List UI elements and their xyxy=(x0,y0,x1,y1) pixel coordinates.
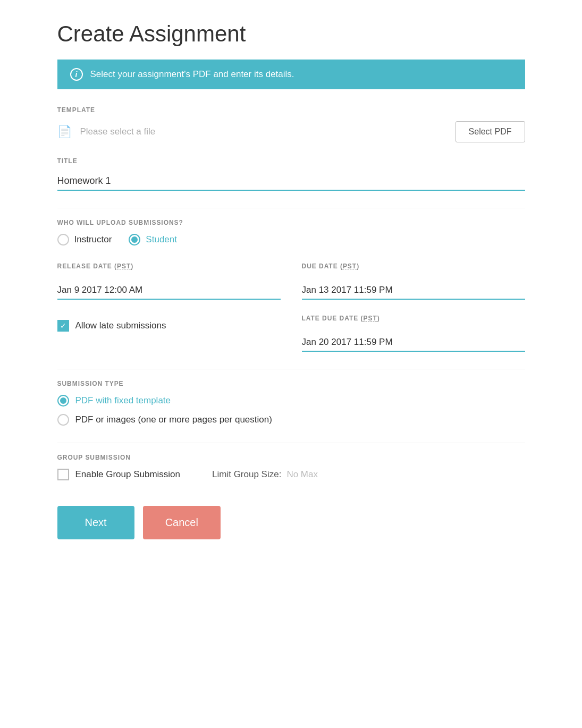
radio-group: Instructor Student xyxy=(57,234,525,246)
late-due-date-field: LATE DUE DATE (PST) xyxy=(302,315,525,352)
info-icon: i xyxy=(70,68,83,81)
submission-pdf-images-label: PDF or images (one or more pages per que… xyxy=(75,414,272,425)
who-upload-label: WHO WILL UPLOAD SUBMISSIONS? xyxy=(57,219,525,226)
template-label: TEMPLATE xyxy=(57,106,525,114)
radio-pdf-fixed xyxy=(57,395,69,407)
file-placeholder: Please select a file xyxy=(80,126,447,137)
submission-type-section: SUBMISSION TYPE PDF with fixed template … xyxy=(57,380,525,426)
action-buttons: Next Cancel xyxy=(57,506,525,539)
group-submission-label: GROUP SUBMISSION xyxy=(57,454,525,461)
radio-pdf-images xyxy=(57,414,69,426)
limit-group-label: Limit Group Size: xyxy=(212,469,281,480)
release-date-field: RELEASE DATE (PST) xyxy=(57,263,281,300)
radio-circle-student xyxy=(129,234,140,246)
limit-group-value: No Max xyxy=(286,469,318,480)
release-date-label: RELEASE DATE (PST) xyxy=(57,263,281,270)
divider-1 xyxy=(57,208,525,208)
template-row: 📄 Please select a file Select PDF xyxy=(57,121,525,142)
allow-late-area: ✓ Allow late submissions xyxy=(57,320,281,332)
allow-late-label: Allow late submissions xyxy=(75,320,166,331)
info-banner: i Select your assignment's PDF and enter… xyxy=(57,60,525,89)
submission-pdf-fixed-label: PDF with fixed template xyxy=(75,395,171,406)
page-title: Create Assignment xyxy=(57,21,525,47)
submission-option-pdf-fixed[interactable]: PDF with fixed template xyxy=(57,395,525,407)
title-label: TITLE xyxy=(57,157,525,165)
checkmark-icon: ✓ xyxy=(60,322,66,329)
late-row: ✓ Allow late submissions LATE DUE DATE (… xyxy=(57,315,525,352)
file-icon: 📄 xyxy=(57,125,72,139)
radio-student[interactable]: Student xyxy=(129,234,177,246)
divider-3 xyxy=(57,443,525,443)
select-pdf-button[interactable]: Select PDF xyxy=(456,121,525,142)
submission-type-label: SUBMISSION TYPE xyxy=(57,380,525,387)
radio-circle-instructor xyxy=(57,234,69,246)
radio-instructor[interactable]: Instructor xyxy=(57,234,112,246)
who-upload-section: WHO WILL UPLOAD SUBMISSIONS? Instructor … xyxy=(57,219,525,246)
submission-options: PDF with fixed template PDF or images (o… xyxy=(57,395,525,426)
group-submission-section: GROUP SUBMISSION Enable Group Submission… xyxy=(57,454,525,480)
banner-text: Select your assignment's PDF and enter i… xyxy=(90,69,294,80)
group-row: Enable Group Submission Limit Group Size… xyxy=(57,469,525,480)
due-date-input[interactable] xyxy=(302,282,525,300)
late-due-date-input[interactable] xyxy=(302,334,525,352)
enable-group-label: Enable Group Submission xyxy=(75,469,181,480)
enable-group-checkbox[interactable] xyxy=(57,469,69,480)
limit-group-area: Limit Group Size: No Max xyxy=(212,469,318,480)
due-date-field: DUE DATE (PST) xyxy=(302,263,525,300)
cancel-button[interactable]: Cancel xyxy=(143,506,221,539)
title-section: TITLE xyxy=(57,157,525,191)
radio-instructor-label: Instructor xyxy=(74,234,112,245)
late-due-date-label: LATE DUE DATE (PST) xyxy=(302,315,525,322)
enable-group-area: Enable Group Submission xyxy=(57,469,181,480)
release-date-input[interactable] xyxy=(57,282,281,300)
radio-student-label: Student xyxy=(146,234,177,245)
next-button[interactable]: Next xyxy=(57,506,134,539)
template-section: TEMPLATE 📄 Please select a file Select P… xyxy=(57,106,525,142)
dates-row: RELEASE DATE (PST) DUE DATE (PST) xyxy=(57,263,525,300)
title-input[interactable] xyxy=(57,172,525,191)
due-date-label: DUE DATE (PST) xyxy=(302,263,525,270)
submission-option-pdf-images[interactable]: PDF or images (one or more pages per que… xyxy=(57,414,525,426)
allow-late-checkbox[interactable]: ✓ xyxy=(57,320,69,332)
divider-2 xyxy=(57,369,525,369)
